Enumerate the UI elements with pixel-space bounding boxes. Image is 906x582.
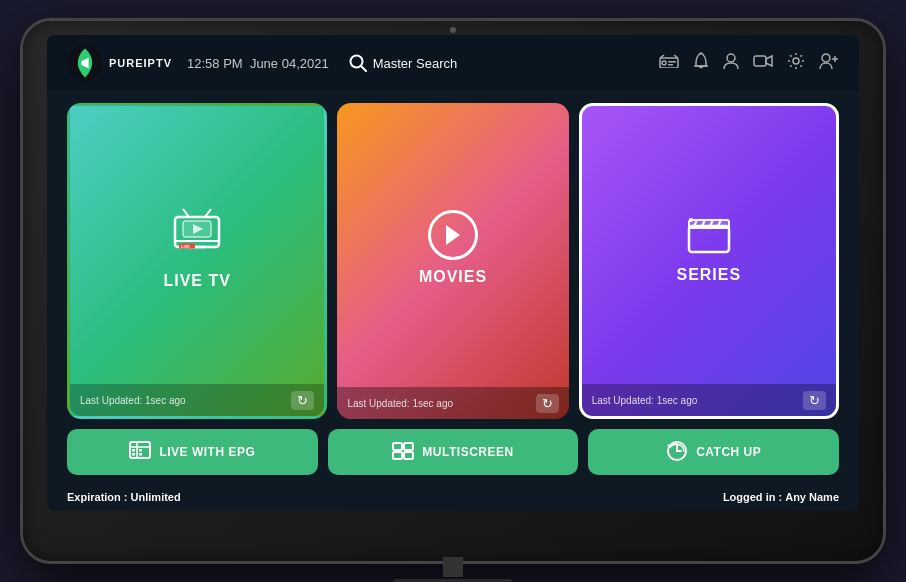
svg-point-32 [689, 218, 693, 222]
movies-card[interactable]: MOVIES Last Updated: 1sec ago ↻ [337, 103, 568, 419]
svg-rect-8 [668, 64, 673, 66]
svg-point-13 [822, 54, 830, 62]
svg-marker-25 [446, 225, 460, 245]
live-tv-card-body: LIVE LIVE TV [70, 106, 324, 384]
nav-icons [659, 52, 839, 74]
live-tv-icon: LIVE [169, 207, 225, 264]
movies-footer: Last Updated: 1sec ago ↻ [337, 387, 568, 419]
svg-rect-26 [689, 226, 729, 252]
live-tv-footer: Last Updated: 1sec ago ↻ [70, 384, 324, 416]
series-update-text: Last Updated: 1sec ago [592, 395, 698, 406]
series-card[interactable]: SERIES Last Updated: 1sec ago ↻ [579, 103, 839, 419]
catch-up-label: CATCH UP [696, 445, 761, 459]
epg-icon [129, 441, 151, 464]
series-title: SERIES [676, 266, 741, 284]
logo-text: PUREIPTV [109, 57, 172, 69]
camera-dot [450, 27, 456, 33]
svg-line-2 [361, 66, 366, 71]
header-bar: PUREIPTV 12:58 PM June 04,2021 Master Se… [47, 35, 859, 91]
svg-rect-37 [139, 449, 142, 452]
series-footer: Last Updated: 1sec ago ↻ [582, 384, 836, 416]
live-with-epg-button[interactable]: LIVE WITH EPG [67, 429, 318, 475]
svg-rect-41 [404, 443, 413, 450]
live-tv-update-text: Last Updated: 1sec ago [80, 395, 186, 406]
multiscreen-button[interactable]: MULTISCREEN [328, 429, 579, 475]
series-card-body: SERIES [582, 106, 836, 384]
footer-bar: Expiration : Unlimited Logged in : Any N… [47, 487, 859, 511]
svg-rect-42 [393, 452, 402, 459]
svg-rect-11 [754, 56, 766, 66]
radio-icon[interactable] [659, 54, 679, 72]
svg-point-6 [662, 61, 666, 65]
master-search[interactable]: Master Search [349, 54, 458, 72]
expiration-text: Expiration : Unlimited [67, 491, 181, 503]
multiscreen-icon [392, 442, 414, 463]
live-tv-card[interactable]: LIVE LIVE TV Last Updated: 1sec ago ↻ [67, 103, 327, 419]
svg-rect-7 [668, 61, 676, 63]
action-buttons-row: LIVE WITH EPG MULTI [67, 429, 839, 475]
cards-row: LIVE LIVE TV Last Updated: 1sec ago ↻ [67, 103, 839, 419]
catch-up-button[interactable]: CATCH UP [588, 429, 839, 475]
series-icon [683, 212, 735, 258]
tv-frame: PUREIPTV 12:58 PM June 04,2021 Master Se… [23, 21, 883, 561]
svg-rect-43 [404, 452, 413, 459]
multiscreen-label: MULTISCREEN [422, 445, 513, 459]
svg-point-12 [793, 58, 799, 64]
live-tv-refresh-button[interactable]: ↻ [291, 391, 314, 410]
catchup-icon [666, 440, 688, 465]
svg-rect-39 [139, 453, 142, 456]
video-camera-icon[interactable] [753, 54, 773, 72]
tv-screen: PUREIPTV 12:58 PM June 04,2021 Master Se… [47, 35, 859, 511]
logo-icon [67, 45, 103, 81]
search-label: Master Search [373, 56, 458, 71]
svg-rect-38 [132, 453, 135, 456]
movies-title: MOVIES [419, 268, 487, 286]
user-icon[interactable] [723, 52, 739, 74]
screen-content: PUREIPTV 12:58 PM June 04,2021 Master Se… [47, 35, 859, 511]
svg-point-10 [727, 54, 735, 62]
movies-refresh-button[interactable]: ↻ [536, 394, 559, 413]
movies-play-icon [428, 210, 478, 260]
search-icon [349, 54, 367, 72]
user-add-icon[interactable] [819, 52, 839, 74]
live-with-epg-label: LIVE WITH EPG [159, 445, 255, 459]
svg-rect-40 [393, 443, 402, 450]
datetime-display: 12:58 PM June 04,2021 [187, 56, 329, 71]
logo-area: PUREIPTV [67, 45, 187, 81]
tv-set: PUREIPTV 12:58 PM June 04,2021 Master Se… [23, 21, 883, 561]
movies-card-body: MOVIES [337, 103, 568, 387]
logged-in-text: Logged in : Any Name [723, 491, 839, 503]
svg-rect-36 [132, 449, 135, 452]
series-refresh-button[interactable]: ↻ [803, 391, 826, 410]
live-tv-title: LIVE TV [163, 272, 230, 290]
bell-icon[interactable] [693, 52, 709, 74]
gear-icon[interactable] [787, 52, 805, 74]
svg-text:LIVE: LIVE [181, 243, 190, 248]
movies-update-text: Last Updated: 1sec ago [347, 398, 453, 409]
tv-stand [393, 557, 513, 582]
main-content: LIVE LIVE TV Last Updated: 1sec ago ↻ [47, 91, 859, 487]
